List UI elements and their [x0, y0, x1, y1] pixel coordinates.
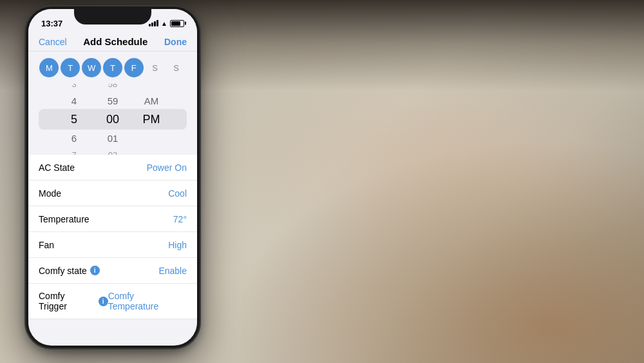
hour-6: 6 — [71, 130, 77, 146]
hour-4: 4 — [71, 92, 77, 109]
setting-temperature[interactable]: Temperature 72° — [28, 206, 197, 232]
minute-01: 01 — [108, 130, 118, 146]
minute-58: 58 — [108, 84, 117, 92]
day-tuesday[interactable]: T — [61, 58, 80, 77]
phone-screen: 13:37 ▲ Cancel Add Schedu — [28, 9, 197, 346]
ac-state-label: AC State — [39, 162, 75, 173]
comfy-state-info-icon[interactable]: i — [90, 266, 100, 275]
setting-comfy-state[interactable]: Comfy state i Enable — [28, 258, 197, 284]
setting-mode[interactable]: Mode Cool — [28, 181, 197, 206]
setting-comfy-trigger[interactable]: Comfy Trigger i Comfy Temperature — [28, 284, 197, 319]
time-picker[interactable]: 3 4 5 6 7 58 59 00 01 02 — [28, 84, 197, 155]
temperature-value: 72° — [173, 214, 187, 224]
fan-value: High — [168, 240, 187, 250]
settings-list: AC State Power On Mode Cool Temperature … — [28, 155, 197, 319]
day-thursday[interactable]: T — [103, 58, 122, 77]
ac-state-value: Power On — [147, 162, 187, 173]
signal-icon — [149, 20, 158, 26]
period-pm-selected: PM — [143, 109, 160, 130]
minute-02: 02 — [108, 146, 117, 155]
temperature-label: Temperature — [39, 214, 90, 224]
setting-ac-state[interactable]: AC State Power On — [28, 155, 197, 181]
mode-value: Cool — [168, 188, 187, 199]
day-monday[interactable]: M — [39, 58, 59, 77]
hour-7: 7 — [71, 146, 76, 155]
time-columns: 3 4 5 6 7 58 59 00 01 02 — [39, 84, 187, 155]
day-friday[interactable]: F — [124, 58, 144, 77]
comfy-state-value: Enable — [158, 266, 187, 276]
battery-icon — [170, 20, 184, 27]
hour-column[interactable]: 3 4 5 6 7 — [55, 84, 93, 155]
status-icons: ▲ — [149, 20, 184, 27]
day-selector: M T W T F S S — [28, 52, 197, 84]
minute-00-selected: 00 — [106, 109, 119, 130]
hour-3: 3 — [71, 84, 76, 92]
minute-59: 59 — [108, 92, 118, 109]
period-am: AM — [144, 92, 159, 109]
comfy-trigger-info-icon[interactable]: i — [99, 297, 108, 306]
hour-5-selected: 5 — [71, 109, 77, 130]
nav-bar: Cancel Add Schedule Done — [28, 32, 197, 52]
ampm-column[interactable]: AM PM — [132, 84, 171, 155]
status-time: 13:37 — [41, 19, 62, 28]
day-sunday[interactable]: S — [166, 58, 185, 77]
phone-frame: 13:37 ▲ Cancel Add Schedu — [26, 6, 200, 348]
comfy-trigger-label: Comfy Trigger i — [39, 291, 108, 311]
fan-label: Fan — [39, 240, 54, 250]
comfy-trigger-value: Comfy Temperature — [108, 291, 187, 311]
setting-fan[interactable]: Fan High — [28, 232, 197, 258]
cancel-button[interactable]: Cancel — [39, 37, 67, 47]
screen-title: Add Schedule — [83, 36, 147, 47]
mode-label: Mode — [39, 188, 61, 199]
phone-notch — [74, 6, 151, 25]
wifi-icon: ▲ — [161, 20, 167, 27]
minute-column[interactable]: 58 59 00 01 02 — [93, 84, 132, 155]
day-wednesday[interactable]: W — [82, 58, 101, 77]
comfy-state-label: Comfy state i — [39, 266, 100, 276]
done-button[interactable]: Done — [164, 37, 187, 47]
day-saturday[interactable]: S — [146, 58, 165, 77]
phone-mockup: 13:37 ▲ Cancel Add Schedu — [26, 6, 206, 355]
